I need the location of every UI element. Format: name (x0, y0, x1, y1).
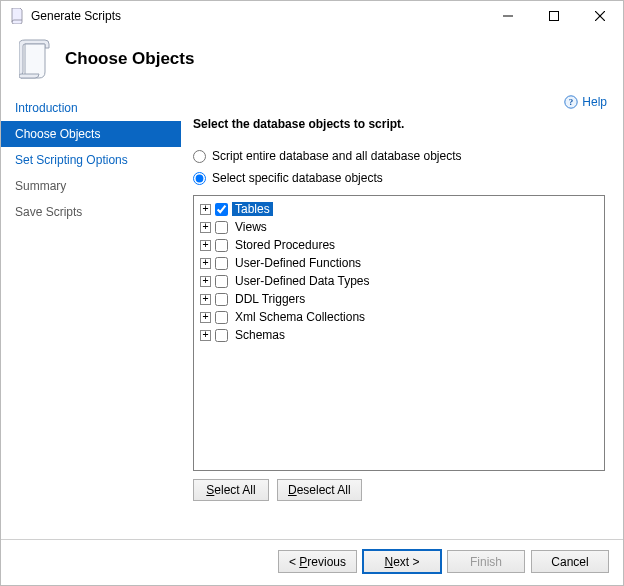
minimize-icon (503, 11, 513, 21)
expand-icon[interactable]: + (200, 294, 211, 305)
expand-icon[interactable]: + (200, 240, 211, 251)
object-tree[interactable]: + Tables + Views + Stored Procedures + (193, 195, 605, 471)
svg-text:?: ? (569, 97, 574, 107)
window-controls (485, 1, 623, 31)
svg-rect-1 (550, 12, 559, 21)
nav-set-scripting-options[interactable]: Set Scripting Options (1, 147, 181, 173)
titlebar: Generate Scripts (1, 1, 623, 31)
expand-icon[interactable]: + (200, 258, 211, 269)
expand-icon[interactable]: + (200, 312, 211, 323)
page-header: Choose Objects (1, 31, 623, 93)
finish-button: Finish (447, 550, 525, 573)
selection-buttons: Select All Deselect All (193, 479, 607, 501)
nav-choose-objects[interactable]: Choose Objects (1, 121, 181, 147)
page-title: Choose Objects (65, 49, 194, 69)
wizard-nav: Introduction Choose Objects Set Scriptin… (1, 93, 181, 539)
expand-icon[interactable]: + (200, 204, 211, 215)
tree-node-views[interactable]: + Views (198, 218, 600, 236)
dialog-window: Generate Scripts Choose Objects (0, 0, 624, 586)
minimize-button[interactable] (485, 1, 531, 31)
tree-node-udt[interactable]: + User-Defined Data Types (198, 272, 600, 290)
tree-label-xml-schema[interactable]: Xml Schema Collections (232, 310, 368, 324)
radio-specific-objects-label: Select specific database objects (212, 171, 383, 185)
radio-script-entire[interactable]: Script entire database and all database … (193, 149, 607, 163)
tree-label-ddl-triggers[interactable]: DDL Triggers (232, 292, 308, 306)
radio-script-entire-label: Script entire database and all database … (212, 149, 462, 163)
previous-button[interactable]: < Previous (278, 550, 357, 573)
close-icon (595, 11, 605, 21)
tree-node-schemas[interactable]: + Schemas (198, 326, 600, 344)
radio-specific-objects[interactable]: Select specific database objects (193, 171, 607, 185)
checkbox-tables[interactable] (215, 203, 228, 216)
tree-node-tables[interactable]: + Tables (198, 200, 600, 218)
checkbox-udf[interactable] (215, 257, 228, 270)
tree-node-xml-schema[interactable]: + Xml Schema Collections (198, 308, 600, 326)
help-row: ? Help (189, 93, 607, 115)
radio-script-entire-input[interactable] (193, 150, 206, 163)
content-area: ? Help Select the database objects to sc… (181, 93, 623, 539)
expand-icon[interactable]: + (200, 330, 211, 341)
radio-specific-objects-input[interactable] (193, 172, 206, 185)
dialog-body: Introduction Choose Objects Set Scriptin… (1, 93, 623, 539)
checkbox-udt[interactable] (215, 275, 228, 288)
help-icon: ? (564, 95, 578, 109)
tree-label-schemas[interactable]: Schemas (232, 328, 288, 342)
instruction-text: Select the database objects to script. (193, 117, 607, 131)
help-link[interactable]: ? Help (564, 95, 607, 109)
tree-node-ddl-triggers[interactable]: + DDL Triggers (198, 290, 600, 308)
checkbox-ddl-triggers[interactable] (215, 293, 228, 306)
checkbox-stored-procedures[interactable] (215, 239, 228, 252)
tree-label-views[interactable]: Views (232, 220, 270, 234)
next-button[interactable]: Next > (363, 550, 441, 573)
select-all-button[interactable]: Select All (193, 479, 269, 501)
tree-label-udt[interactable]: User-Defined Data Types (232, 274, 373, 288)
tree-label-udf[interactable]: User-Defined Functions (232, 256, 364, 270)
checkbox-xml-schema[interactable] (215, 311, 228, 324)
window-title: Generate Scripts (31, 9, 485, 23)
help-label: Help (582, 95, 607, 109)
expand-icon[interactable]: + (200, 276, 211, 287)
maximize-icon (549, 11, 559, 21)
deselect-all-button[interactable]: Deselect All (277, 479, 362, 501)
expand-icon[interactable]: + (200, 222, 211, 233)
nav-introduction[interactable]: Introduction (1, 95, 181, 121)
tree-label-tables[interactable]: Tables (232, 202, 273, 216)
cancel-button[interactable]: Cancel (531, 550, 609, 573)
maximize-button[interactable] (531, 1, 577, 31)
checkbox-schemas[interactable] (215, 329, 228, 342)
nav-summary[interactable]: Summary (1, 173, 181, 199)
checkbox-views[interactable] (215, 221, 228, 234)
nav-save-scripts[interactable]: Save Scripts (1, 199, 181, 225)
close-button[interactable] (577, 1, 623, 31)
scroll-icon (17, 37, 57, 81)
app-icon (9, 8, 25, 24)
tree-node-stored-procedures[interactable]: + Stored Procedures (198, 236, 600, 254)
dialog-footer: < Previous Next > Finish Cancel (1, 539, 623, 585)
tree-label-stored-procedures[interactable]: Stored Procedures (232, 238, 338, 252)
tree-node-udf[interactable]: + User-Defined Functions (198, 254, 600, 272)
